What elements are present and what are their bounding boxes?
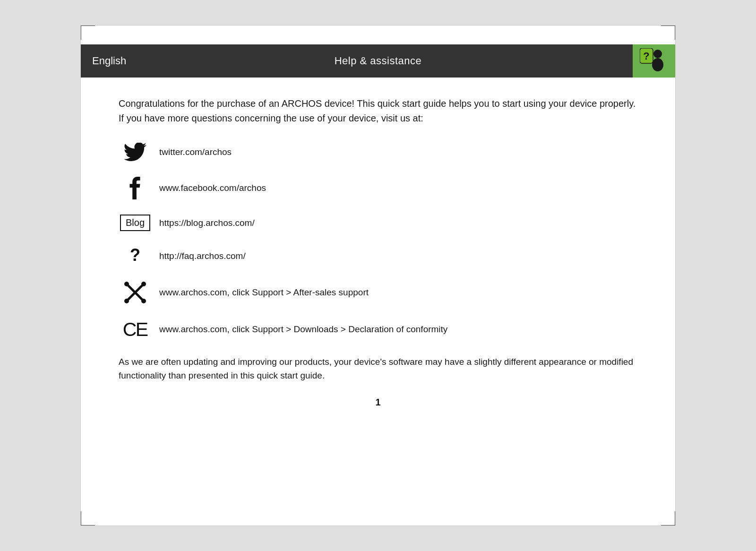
faq-row: ? http://faq.archos.com/	[119, 246, 637, 266]
blog-icon: Blog	[119, 215, 152, 231]
svg-point-10	[124, 299, 129, 303]
twitter-icon	[119, 143, 152, 162]
blog-link: https://blog.archos.com/	[159, 218, 255, 228]
twitter-row: twitter.com/archos	[119, 143, 637, 162]
content-area: Congratulations for the purchase of an A…	[81, 77, 675, 427]
page-number: 1	[119, 397, 637, 408]
page-title: Help & assistance	[335, 55, 422, 67]
header-bar: English Help & assistance ?	[81, 44, 675, 77]
faq-link: http://faq.archos.com/	[159, 251, 246, 261]
tools-link: www.archos.com, click Support > After-sa…	[159, 287, 369, 298]
tools-row: www.archos.com, click Support > After-sa…	[119, 281, 637, 304]
twitter-link: twitter.com/archos	[159, 147, 232, 157]
page: English Help & assistance ? Congratulati…	[80, 25, 676, 526]
faq-icon: ?	[119, 246, 152, 266]
facebook-row: www.facebook.com/archos	[119, 177, 637, 199]
svg-point-0	[653, 50, 662, 58]
help-icon-container: ?	[633, 44, 675, 77]
corner-mark-tr	[661, 26, 675, 40]
blog-box-label: Blog	[120, 215, 150, 231]
corner-mark-bl	[81, 511, 95, 525]
svg-text:?: ?	[643, 50, 649, 62]
language-label: English	[81, 55, 137, 67]
svg-point-9	[141, 282, 146, 286]
svg-point-1	[652, 58, 663, 71]
svg-text:?: ?	[130, 246, 140, 265]
corner-mark-br	[661, 511, 675, 525]
ce-link: www.archos.com, click Support > Download…	[159, 324, 447, 335]
ce-row: CE www.archos.com, click Support > Downl…	[119, 319, 637, 340]
help-person-icon: ?	[640, 48, 668, 74]
footer-paragraph: As we are often updating and improving o…	[119, 355, 637, 383]
facebook-link: www.facebook.com/archos	[159, 183, 266, 193]
corner-mark-tl	[81, 26, 95, 40]
intro-paragraph: Congratulations for the purchase of an A…	[119, 96, 637, 126]
svg-text:CE: CE	[123, 319, 148, 340]
svg-point-7	[124, 282, 129, 286]
facebook-icon	[119, 177, 152, 199]
ce-icon: CE	[119, 319, 152, 340]
blog-row: Blog https://blog.archos.com/	[119, 215, 637, 231]
svg-point-8	[141, 299, 146, 303]
tools-icon	[119, 281, 152, 304]
